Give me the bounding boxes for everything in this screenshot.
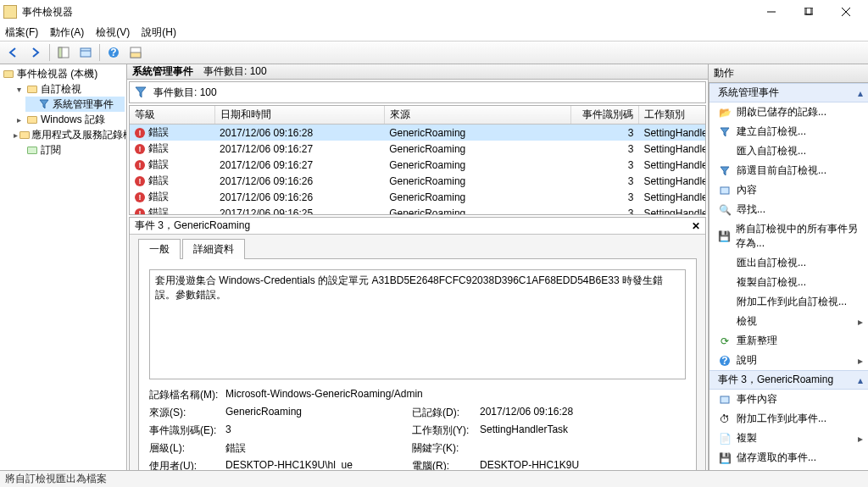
action-export-view[interactable]: 匯出自訂檢視... (709, 253, 868, 273)
show-hide-tree-button[interactable] (53, 43, 74, 62)
subscriptions-icon (25, 144, 39, 156)
properties-icon (718, 184, 732, 197)
filter-count: 事件數目: 100 (153, 86, 700, 100)
error-icon: ! (135, 192, 145, 202)
tab-general[interactable]: 一般 (138, 239, 181, 259)
help-button[interactable]: ? (103, 43, 124, 62)
action-find[interactable]: 🔍尋找... (709, 200, 868, 219)
table-row[interactable]: !錯誤2017/12/06 09:16:27GenericRoaming3Set… (130, 141, 706, 157)
detail-tabs: 一般 詳細資料 (130, 235, 705, 258)
properties-button[interactable] (75, 43, 96, 62)
refresh-icon: ⟳ (718, 335, 732, 348)
action-saveall[interactable]: 💾將自訂檢視中的所有事件另存為... (709, 219, 868, 253)
submenu-arrow-icon: ▸ (858, 355, 863, 367)
task-icon (718, 296, 732, 309)
prop-label: 記錄檔名稱(M): (149, 388, 225, 402)
open-log-icon: 📂 (718, 106, 732, 119)
error-icon: ! (135, 160, 145, 170)
svg-rect-7 (81, 48, 91, 57)
pane-count: 事件數目: 100 (203, 64, 267, 79)
table-row[interactable]: !錯誤2017/12/06 09:16:26GenericRoaming3Set… (130, 173, 706, 189)
menu-help[interactable]: 說明(H) (142, 25, 176, 40)
action-filter-view[interactable]: 篩選目前自訂檢視... (709, 161, 868, 180)
folder-icon (25, 83, 39, 95)
action-copy[interactable]: 📄複製▸ (709, 429, 868, 448)
action-view[interactable]: 檢視▸ (709, 312, 868, 331)
prop-label: 層級(L): (149, 441, 225, 456)
tree-custom-views[interactable]: ▾ 自訂檢視 (14, 81, 125, 97)
close-button[interactable] (827, 0, 865, 24)
action-properties[interactable]: 內容 (709, 180, 868, 200)
action-create-view[interactable]: 建立自訂檢視... (709, 122, 868, 141)
detail-body: 套用漫遊集合 Windows-Credentials 的設定單元 A31BD5E… (138, 258, 697, 487)
svg-text:?: ? (110, 47, 116, 58)
prop-label: 事件識別碼(E): (149, 423, 225, 438)
action-group-1[interactable]: 系統管理事件▴ (709, 83, 868, 102)
collapse-icon[interactable]: ▴ (858, 374, 863, 386)
export-icon (718, 257, 732, 270)
tree-root[interactable]: 事件檢視器 (本機) (2, 66, 125, 81)
svg-rect-13 (721, 187, 729, 194)
col-level[interactable]: 等級 (130, 106, 214, 125)
properties-icon (718, 393, 732, 407)
tree-label: 系統管理事件 (53, 97, 114, 112)
action-copy-view[interactable]: 複製自訂檢視... (709, 273, 868, 292)
action-refresh[interactable]: ⟳重新整理 (709, 331, 868, 351)
pane-title: 系統管理事件 (132, 64, 193, 79)
tree-sysmgmt-events[interactable]: 系統管理事件 (25, 97, 125, 112)
col-task[interactable]: 工作類別 (638, 106, 706, 125)
filter-icon (718, 164, 732, 178)
action-import-view[interactable]: 匯入自訂檢視... (709, 141, 868, 161)
folder-icon (25, 113, 39, 125)
svg-rect-12 (131, 53, 141, 58)
caret-down-icon[interactable]: ▾ (14, 85, 24, 94)
action-group-2[interactable]: 事件 3，GenericRoaming▴ (709, 370, 868, 390)
prop-label: 關鍵字(K): (412, 441, 480, 456)
table-row[interactable]: !錯誤2017/12/06 09:16:27GenericRoaming3Set… (130, 157, 706, 173)
tab-details[interactable]: 詳細資料 (182, 239, 245, 259)
svg-text:?: ? (721, 355, 727, 367)
prop-value: Microsoft-Windows-GenericRoaming/Admin (225, 388, 666, 402)
menu-action[interactable]: 動作(A) (50, 25, 84, 40)
table-row[interactable]: !錯誤2017/12/06 09:16:26GenericRoaming3Set… (130, 189, 706, 205)
detail-close-button[interactable]: ✕ (692, 220, 700, 232)
action-help[interactable]: ?說明▸ (709, 351, 868, 370)
menu-view[interactable]: 檢視(V) (96, 25, 130, 40)
prop-value: 3 (225, 423, 412, 438)
maximize-button[interactable] (790, 0, 827, 24)
tree-windows-logs[interactable]: ▸ Windows 記錄 (14, 112, 125, 127)
tree-label: Windows 記錄 (41, 113, 105, 127)
col-source[interactable]: 來源 (384, 106, 570, 125)
action-attach-task-event[interactable]: ⏱附加工作到此事件... (709, 409, 868, 429)
forward-button[interactable] (25, 43, 46, 62)
table-row[interactable]: !錯誤2017/12/06 09:16:28GenericRoaming3Set… (130, 125, 706, 141)
filter-bar: 事件數目: 100 (129, 81, 706, 103)
minimize-button[interactable] (753, 0, 790, 24)
center-pane: 系統管理事件 事件數目: 100 事件數目: 100 等級 日期和時間 來源 事… (127, 64, 709, 470)
action-open-saved[interactable]: 📂開啟已儲存的記錄... (709, 102, 868, 122)
task-icon: ⏱ (718, 412, 732, 426)
action-attach-task[interactable]: 附加工作到此自訂檢視... (709, 292, 868, 312)
prop-label: 已記錄(D): (412, 406, 480, 420)
prop-label: 工作類別(Y): (412, 423, 480, 438)
event-message[interactable]: 套用漫遊集合 Windows-Credentials 的設定單元 A31BD5E… (149, 269, 686, 379)
tree-subscriptions[interactable]: 訂閱 (14, 142, 125, 158)
caret-right-icon[interactable]: ▸ (14, 115, 24, 125)
collapse-icon[interactable]: ▴ (858, 87, 863, 99)
table-row[interactable]: !錯誤2017/12/06 09:16:25GenericRoaming3Set… (130, 205, 706, 215)
action-event-props[interactable]: 事件內容 (709, 390, 868, 409)
save-icon: 💾 (718, 230, 731, 243)
filter-icon (37, 98, 51, 110)
back-button[interactable] (3, 43, 24, 62)
tree-app-services[interactable]: ▸ 應用程式及服務記錄檔 (14, 127, 125, 142)
preview-pane-button[interactable] (125, 43, 146, 62)
col-date[interactable]: 日期和時間 (214, 106, 384, 125)
action-save-selected[interactable]: 💾儲存選取的事件... (709, 448, 868, 468)
caret-right-icon[interactable]: ▸ (14, 130, 18, 140)
prop-label: 來源(S): (149, 406, 225, 420)
filter-icon (135, 86, 147, 98)
nav-tree[interactable]: 事件檢視器 (本機) ▾ 自訂檢視 系統管理事件 ▸ Windows 記錄 (0, 64, 127, 470)
event-grid[interactable]: 等級 日期和時間 來源 事件識別碼 工作類別 !錯誤2017/12/06 09:… (129, 105, 706, 215)
menu-file[interactable]: 檔案(F) (5, 25, 38, 40)
col-eventid[interactable]: 事件識別碼 (570, 106, 638, 125)
